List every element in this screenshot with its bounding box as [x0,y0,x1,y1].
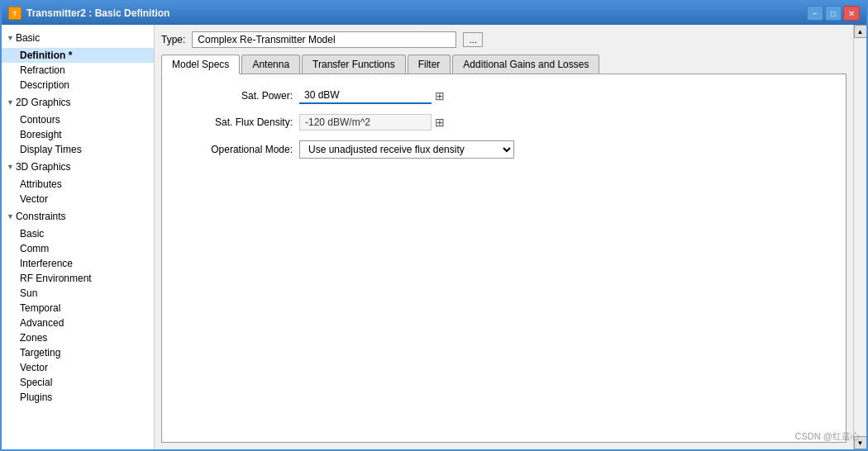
type-browse-button[interactable]: ... [463,32,483,47]
type-input[interactable] [192,31,456,48]
sat-power-input[interactable] [299,88,432,104]
scroll-up-button[interactable]: ▲ [854,25,867,38]
tab-additional-gains[interactable]: Additional Gains and Losses [452,55,599,74]
restore-button[interactable]: □ [825,6,842,21]
tab-transfer-functions[interactable]: Transfer Functions [302,55,406,74]
tab-antenna[interactable]: Antenna [241,55,300,74]
type-row: Type: ... [161,31,847,48]
tab-content-model-specs: Sat. Power: ⊞ Sat. Flux Density: ⊞ Opera… [161,74,847,443]
sat-flux-input[interactable] [299,114,432,131]
constraints-arrow-icon: ▼ [7,212,14,221]
title-controls: − □ ✕ [807,6,860,21]
sidebar-item-description[interactable]: Description [2,78,154,93]
2dgraphics-arrow-icon: ▼ [7,98,14,107]
sidebar-item-basic[interactable]: Basic [2,226,154,241]
tabs-container: Model Specs Antenna Transfer Functions F… [161,55,847,74]
sidebar-group-constraints-header[interactable]: ▼ Constraints [2,208,154,225]
right-panel: Type: ... Model Specs Antenna Transfer F… [155,25,853,449]
sidebar-group-2dgraphics-header[interactable]: ▼ 2D Graphics [2,94,154,111]
sidebar-item-targeting[interactable]: Targeting [2,345,154,360]
main-content: ▼ Basic Definition * Refraction Descript… [2,25,866,449]
op-mode-row: Operational Mode: Use unadjusted receive… [175,140,832,159]
sidebar-group-2dgraphics-label: 2D Graphics [16,97,71,108]
window-icon: T [8,7,21,20]
sidebar-item-display-times[interactable]: Display Times [2,142,154,157]
sidebar-item-interference[interactable]: Interference [2,256,154,271]
title-bar-left: T Transmitter2 : Basic Definition [8,7,169,20]
sidebar-item-vector[interactable]: Vector [2,360,154,375]
sat-power-icon[interactable]: ⊞ [435,89,445,102]
tab-model-specs[interactable]: Model Specs [161,55,240,74]
sidebar-group-constraints[interactable]: ▼ Constraints [2,207,154,226]
sat-flux-label: Sat. Flux Density: [175,116,299,128]
type-label: Type: [161,34,185,45]
scrollbar-right: ▲ ▼ [853,25,866,449]
sidebar-group-3dgraphics-label: 3D Graphics [16,161,71,173]
minimize-button[interactable]: − [807,6,823,21]
sidebar-item-advanced[interactable]: Advanced [2,316,154,330]
3dgraphics-arrow-icon: ▼ [7,163,14,171]
watermark: CSDN @红蓝心 [795,430,860,443]
sidebar-group-basic[interactable]: ▼ Basic [2,28,154,48]
sidebar-item-zones[interactable]: Zones [2,330,154,345]
sidebar-group-basic-header[interactable]: ▼ Basic [2,30,154,46]
sat-power-row: Sat. Power: ⊞ [175,88,832,104]
sidebar-item-temporal[interactable]: Temporal [2,301,154,316]
sidebar-item-refraction[interactable]: Refraction [2,63,154,78]
sidebar-item-special[interactable]: Special [2,375,154,390]
sidebar-item-vector-3d[interactable]: Vector [2,192,154,207]
op-mode-label: Operational Mode: [175,144,299,155]
sidebar: ▼ Basic Definition * Refraction Descript… [2,25,155,449]
main-window: T Transmitter2 : Basic Definition − □ ✕ … [0,0,868,451]
sidebar-item-contours[interactable]: Contours [2,112,154,127]
sat-power-label: Sat. Power: [175,90,299,102]
tab-filter[interactable]: Filter [408,55,451,74]
sidebar-group-3dgraphics-header[interactable]: ▼ 3D Graphics [2,159,154,175]
sidebar-item-sun[interactable]: Sun [2,286,154,301]
sidebar-group-basic-label: Basic [16,32,40,44]
sidebar-item-plugins[interactable]: Plugins [2,390,154,405]
sidebar-item-rf-environment[interactable]: RF Environment [2,271,154,286]
sidebar-group-2dgraphics[interactable]: ▼ 2D Graphics [2,93,154,112]
window-title: Transmitter2 : Basic Definition [26,7,169,19]
sidebar-group-3dgraphics[interactable]: ▼ 3D Graphics [2,157,154,177]
basic-arrow-icon: ▼ [7,34,14,42]
sat-flux-icon[interactable]: ⊞ [435,116,445,129]
title-bar: T Transmitter2 : Basic Definition − □ ✕ [2,2,866,25]
close-button[interactable]: ✕ [843,6,860,21]
sat-flux-row: Sat. Flux Density: ⊞ [175,114,832,131]
sidebar-item-definition[interactable]: Definition * [2,48,154,63]
sidebar-item-comm[interactable]: Comm [2,241,154,256]
sidebar-item-boresight[interactable]: Boresight [2,127,154,142]
sidebar-group-constraints-label: Constraints [16,211,66,222]
sidebar-item-attributes[interactable]: Attributes [2,177,154,192]
op-mode-select[interactable]: Use unadjusted receive flux density Use … [299,140,514,159]
